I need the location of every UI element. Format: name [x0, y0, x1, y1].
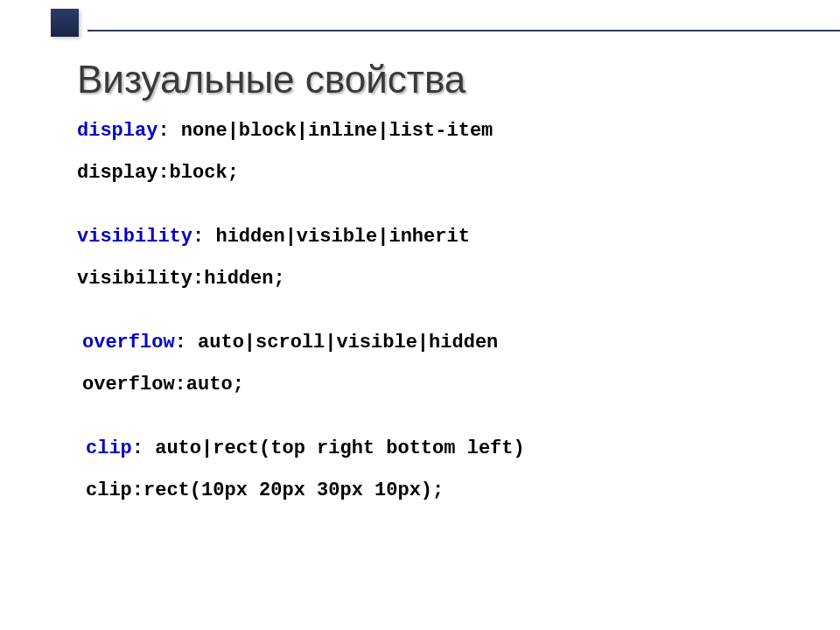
property-name: visibility	[77, 226, 192, 248]
property-definition: clip: auto|rect(top right bottom left)	[86, 437, 794, 461]
slide: Визуальные свойства display: none|block|…	[0, 0, 840, 630]
property-example: overflow:auto;	[82, 373, 794, 397]
property-definition: overflow: auto|scroll|visible|hidden	[82, 331, 794, 355]
property-definition: display: none|block|inline|list-item	[77, 119, 794, 144]
property-name: display	[77, 120, 158, 142]
accent-square	[51, 9, 79, 37]
property-definition: visibility: hidden|visible|inherit	[77, 225, 794, 249]
property-values: : none|block|inline|list-item	[158, 120, 493, 142]
divider-line	[88, 30, 840, 32]
property-block: visibility: hidden|visible|inherit visib…	[77, 225, 794, 290]
property-block: display: none|block|inline|list-item dis…	[77, 119, 794, 185]
property-values: : auto|scroll|visible|hidden	[175, 332, 499, 354]
property-name: overflow	[82, 332, 175, 354]
property-block: overflow: auto|scroll|visible|hidden ove…	[82, 331, 794, 396]
property-values: : auto|rect(top right bottom left)	[132, 438, 525, 459]
property-example: visibility:hidden;	[77, 267, 794, 291]
property-example: clip:rect(10px 20px 30px 10px);	[86, 479, 794, 503]
property-example: display:block;	[77, 161, 794, 186]
slide-content: display: none|block|inline|list-item dis…	[77, 119, 794, 542]
slide-title: Визуальные свойства	[77, 58, 466, 102]
property-values: : hidden|visible|inherit	[192, 226, 470, 248]
property-name: clip	[86, 438, 132, 459]
slide-header	[0, 0, 840, 42]
property-block: clip: auto|rect(top right bottom left) c…	[86, 437, 794, 502]
